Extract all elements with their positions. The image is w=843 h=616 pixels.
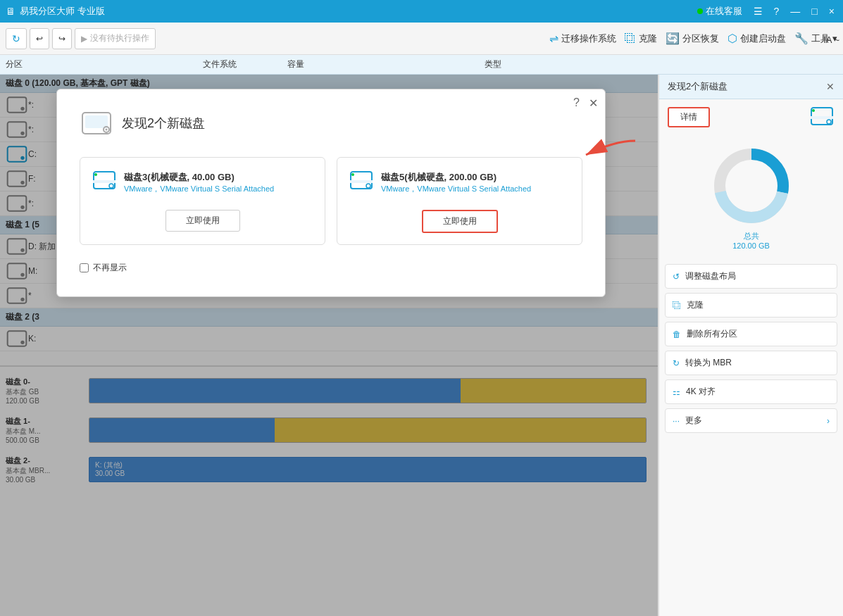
- disk3-card: 磁盘3(机械硬盘, 40.00 GB) VMware，VMware Virtua…: [80, 157, 325, 245]
- right-actions: ↺ 调整磁盘布局 ⿻ 克隆 🗑 删除所有分区 ↻ 转换为 MBR ⚏ 4K 对齐: [659, 258, 843, 443]
- svg-point-27: [351, 173, 354, 176]
- undo-icon: ↩: [36, 34, 43, 44]
- 4k-align-btn[interactable]: ⚏ 4K 对齐: [665, 379, 837, 404]
- convert-icon: ↻: [673, 358, 680, 368]
- redo-icon: ↪: [58, 34, 65, 44]
- help-icon-btn[interactable]: ?: [771, 4, 782, 18]
- modal-overlay: ? ✕ 发现2个新磁盘: [0, 75, 658, 616]
- tools-icon: 🔧: [794, 32, 808, 45]
- migrate-icon: ⇌: [549, 32, 558, 45]
- clone-action-label: 克隆: [687, 299, 704, 311]
- disk5-icon: [349, 169, 374, 196]
- disk5-name: 磁盘5(机械硬盘, 200.00 GB): [381, 171, 531, 184]
- total-label: 总共: [732, 231, 770, 241]
- more-arrow-icon: ›: [827, 416, 830, 426]
- modal-help-btn[interactable]: ?: [573, 96, 580, 109]
- menu-icon-btn[interactable]: ☰: [751, 4, 766, 18]
- disk5-card: 磁盘5(机械硬盘, 200.00 GB) VMware，VMware Virtu…: [337, 157, 582, 245]
- create-boot-label: 创建启动盘: [740, 32, 786, 45]
- adjust-layout-label: 调整磁盘布局: [685, 270, 736, 282]
- clone-action-btn[interactable]: ⿻ 克隆: [665, 293, 837, 318]
- delete-all-partitions-btn[interactable]: 🗑 删除所有分区: [665, 322, 837, 346]
- right-panel-header: 发现2个新磁盘 ✕: [659, 75, 843, 99]
- clone-btn[interactable]: ⿻ 克隆: [625, 32, 657, 45]
- right-panel-title: 发现2个新磁盘: [668, 80, 728, 93]
- col-capacity-header: 容量: [287, 58, 485, 70]
- disk5-card-header: 磁盘5(机械硬盘, 200.00 GB) VMware，VMware Virtu…: [349, 169, 570, 196]
- title-bar-left: 🖥 易我分区大师 专业版: [6, 5, 105, 18]
- disk3-use-btn[interactable]: 立即使用: [166, 210, 240, 232]
- disk3-sub: VMware，VMware Virtual S Serial Attached: [124, 184, 274, 194]
- disk-cards: 磁盘3(机械硬盘, 40.00 GB) VMware，VMware Virtua…: [80, 157, 582, 245]
- restore-label: 分区恢复: [682, 32, 719, 45]
- maximize-btn[interactable]: □: [808, 4, 820, 18]
- create-boot-btn[interactable]: ⬡ 创建启动盘: [728, 32, 786, 45]
- more-actions-btn[interactable]: ··· 更多 ›: [665, 408, 837, 433]
- modal-close-btn[interactable]: ✕: [589, 96, 598, 110]
- no-show-checkbox[interactable]: [80, 263, 89, 272]
- close-btn[interactable]: ×: [826, 4, 837, 18]
- table-header: 分区 文件系统 容量 类型: [0, 55, 843, 75]
- undo-btn[interactable]: ↩: [30, 28, 49, 49]
- disk3-name: 磁盘3(机械硬盘, 40.00 GB): [124, 171, 274, 184]
- convert-label: 转换为 MBR: [685, 357, 732, 369]
- svg-point-21: [106, 129, 108, 131]
- modal-title-icon: [80, 106, 113, 140]
- toolbar: ↻ ↩ ↪ ▶ 没有待执行操作 ⇌ 迁移操作系统 ⿻ 克隆 🔄 分区恢复 ⬡ 创…: [0, 23, 843, 55]
- col-partition-header: 分区: [6, 58, 203, 70]
- online-dot: [697, 8, 703, 14]
- delete-icon: 🗑: [673, 329, 681, 339]
- app-title: 易我分区大师 专业版: [20, 5, 105, 18]
- restore-icon: 🔄: [666, 32, 680, 45]
- migrate-label: 迁移操作系统: [561, 32, 616, 45]
- disk5-sub: VMware，VMware Virtual S Serial Attached: [381, 184, 531, 194]
- 4k-icon: ⚏: [673, 387, 680, 397]
- nav-icons: ☰ ? — □ ×: [751, 4, 837, 18]
- ia-label: IA ~: [823, 34, 839, 45]
- disk5-info: 磁盘5(机械硬盘, 200.00 GB) VMware，VMware Virtu…: [381, 171, 531, 194]
- right-disk-svg: [809, 105, 835, 127]
- left-panel: 磁盘 0 (120.00 GB, 基本盘, GPT 磁盘) *: *: C: F…: [0, 75, 658, 616]
- clone-action-icon: ⿻: [673, 301, 681, 310]
- detail-btn[interactable]: 详情: [668, 107, 710, 127]
- disk5-use-btn[interactable]: 立即使用: [422, 210, 498, 233]
- clone-label: 克隆: [639, 32, 657, 45]
- clone-icon: ⿻: [625, 32, 636, 45]
- redo-btn[interactable]: ↪: [52, 28, 72, 49]
- pending-operations-btn[interactable]: ▶ 没有待执行操作: [75, 28, 156, 49]
- svg-rect-32: [811, 116, 833, 119]
- more-label: 更多: [685, 415, 702, 427]
- minimize-btn[interactable]: —: [787, 4, 803, 18]
- convert-mbr-btn[interactable]: ↻ 转换为 MBR: [665, 351, 837, 375]
- title-bar: 🖥 易我分区大师 专业版 在线客服 ☰ ? — □ ×: [0, 0, 843, 23]
- col-filesystem-header: 文件系统: [203, 58, 287, 70]
- svg-rect-19: [85, 115, 108, 128]
- restore-btn[interactable]: 🔄 分区恢复: [666, 32, 719, 45]
- adjust-layout-btn[interactable]: ↺ 调整磁盘布局: [665, 264, 837, 289]
- no-show-checkbox-item[interactable]: 不再显示: [80, 262, 127, 274]
- pending-label: 没有待执行操作: [90, 32, 149, 44]
- more-icon: ···: [673, 416, 680, 426]
- refresh-btn[interactable]: ↻: [6, 28, 27, 49]
- donut-label: 总共 120.00 GB: [732, 231, 770, 250]
- online-service-label: 在线客服: [706, 5, 742, 18]
- svg-point-33: [827, 120, 831, 124]
- modal-footer: 不再显示: [80, 262, 582, 274]
- disk3-card-header: 磁盘3(机械硬盘, 40.00 GB) VMware，VMware Virtua…: [92, 169, 313, 196]
- adjust-layout-icon: ↺: [673, 272, 680, 282]
- col-type-header: 类型: [485, 58, 625, 70]
- donut-container: 总共 120.00 GB: [659, 135, 843, 258]
- more-actions-left: ··· 更多: [673, 415, 702, 427]
- refresh-icon: ↻: [12, 33, 20, 44]
- right-panel: 发现2个新磁盘 ✕ 详情 总共: [658, 75, 843, 616]
- online-service[interactable]: 在线客服: [697, 5, 742, 18]
- right-panel-close-btn[interactable]: ✕: [826, 81, 835, 92]
- modal-title-text: 发现2个新磁盘: [122, 115, 205, 132]
- delete-all-label: 删除所有分区: [687, 328, 737, 340]
- migrate-os-btn[interactable]: ⇌ 迁移操作系统: [549, 32, 616, 45]
- detail-row: 详情: [659, 99, 843, 135]
- total-size: 120.00 GB: [732, 241, 770, 250]
- toolbar-left: ↻ ↩ ↪ ▶ 没有待执行操作: [6, 28, 156, 49]
- svg-point-23: [94, 173, 97, 176]
- play-icon: ▶: [81, 34, 87, 44]
